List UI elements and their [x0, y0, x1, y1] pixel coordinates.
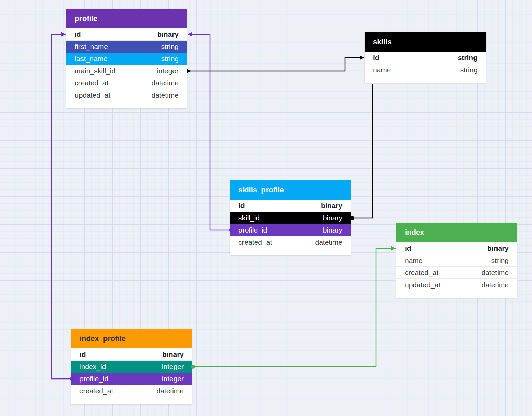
- column-name: id: [238, 202, 245, 210]
- table-header-skills_profile[interactable]: skills_profile: [230, 180, 351, 200]
- connector-dot-skills_profile-skill_id-to-skills: [350, 216, 354, 220]
- column-name: name: [373, 66, 391, 74]
- table-header-skills[interactable]: skills: [365, 32, 486, 52]
- column-row-index-id[interactable]: idbinary: [396, 242, 517, 254]
- table-header-profile[interactable]: profile: [66, 9, 187, 28]
- column-name: first_name: [75, 43, 108, 51]
- column-row-index_profile-index_id[interactable]: index_idinteger: [71, 361, 192, 373]
- table-title: index_profile: [79, 334, 126, 343]
- column-type: datetime: [315, 238, 342, 246]
- table-card-skills[interactable]: skillsidstringnamestring: [365, 32, 486, 83]
- column-type: datetime: [151, 91, 179, 99]
- column-row-index_profile-id[interactable]: idbinary: [71, 348, 192, 361]
- column-type: binary: [487, 244, 509, 252]
- table-card-profile[interactable]: profileidbinaryfirst_namestringlast_name…: [66, 9, 187, 108]
- column-name: updated_at: [405, 281, 440, 289]
- table-filler: [230, 248, 351, 255]
- column-type: binary: [321, 202, 342, 210]
- column-type: datetime: [481, 281, 509, 289]
- column-row-skills_profile-id[interactable]: idbinary: [230, 200, 351, 212]
- column-type: binary: [323, 226, 342, 234]
- column-name: skill_id: [238, 214, 260, 222]
- column-name: id: [405, 244, 411, 252]
- column-row-index-name[interactable]: namestring: [396, 254, 517, 267]
- column-row-profile-main_skill_id[interactable]: main_skill_idinteger: [66, 65, 187, 77]
- table-header-index_profile[interactable]: index_profile: [71, 329, 192, 348]
- column-type: string: [161, 43, 179, 51]
- column-name: id: [79, 350, 86, 359]
- column-row-profile-created_at[interactable]: created_atdatetime: [66, 77, 187, 89]
- column-name: id: [75, 30, 81, 39]
- connector-dot-index_profile-profile_id-to-profile-id: [70, 377, 74, 381]
- table-header-index[interactable]: index: [396, 223, 517, 242]
- column-type: datetime: [156, 387, 184, 395]
- table-title: skills_profile: [238, 186, 284, 194]
- column-row-skills_profile-profile_id[interactable]: profile_idbinary: [230, 224, 351, 236]
- column-type: string: [491, 256, 509, 265]
- table-title: profile: [75, 14, 97, 23]
- column-type: integer: [157, 67, 179, 75]
- column-row-profile-updated_at[interactable]: updated_atdatetime: [66, 89, 187, 101]
- column-row-skills_profile-skill_id[interactable]: skill_idbinary: [230, 212, 351, 224]
- connector-dot-index_profile-index_id-to-index-id: [191, 365, 195, 369]
- column-type: datetime: [481, 269, 509, 277]
- column-name: last_name: [75, 55, 108, 63]
- column-type: binary: [162, 350, 184, 359]
- column-row-skills_profile-created_at[interactable]: created_atdatetime: [230, 236, 351, 248]
- table-card-index_profile[interactable]: index_profileidbinaryindex_idintegerprof…: [71, 329, 192, 404]
- table-filler: [71, 397, 192, 404]
- column-row-index-created_at[interactable]: created_atdatetime: [396, 267, 517, 279]
- column-row-profile-last_name[interactable]: last_namestring: [66, 53, 187, 65]
- table-filler: [66, 101, 187, 108]
- column-name: updated_at: [75, 91, 110, 99]
- column-name: created_at: [238, 238, 272, 246]
- table-filler: [396, 291, 517, 298]
- column-name: created_at: [405, 269, 438, 277]
- column-type: binary: [157, 30, 179, 39]
- column-name: name: [405, 256, 423, 265]
- table-card-index[interactable]: indexidbinarynamestringcreated_atdatetim…: [396, 223, 517, 298]
- column-name: profile_id: [238, 226, 267, 234]
- table-card-skills_profile[interactable]: skills_profileidbinaryskill_idbinaryprof…: [230, 180, 351, 255]
- column-type: integer: [162, 375, 184, 383]
- column-name: created_at: [75, 79, 108, 87]
- column-name: profile_id: [79, 375, 108, 383]
- column-row-profile-first_name[interactable]: first_namestring: [66, 41, 187, 53]
- column-row-index_profile-profile_id[interactable]: profile_idinteger: [71, 373, 192, 385]
- column-type: binary: [323, 214, 342, 222]
- table-filler: [365, 76, 486, 83]
- table-title: index: [405, 228, 424, 237]
- table-title: skills: [373, 38, 392, 46]
- column-type: integer: [162, 363, 184, 371]
- column-name: main_skill_id: [75, 67, 115, 75]
- column-row-skills-name[interactable]: namestring: [365, 64, 486, 76]
- column-type: datetime: [151, 79, 179, 87]
- diagram-canvas: profileidbinaryfirst_namestringlast_name…: [0, 0, 532, 416]
- tables-layer: profileidbinaryfirst_namestringlast_name…: [0, 0, 532, 416]
- column-type: string: [161, 55, 179, 63]
- column-row-index_profile-created_at[interactable]: created_atdatetime: [71, 385, 192, 397]
- column-row-index-updated_at[interactable]: updated_atdatetime: [396, 279, 517, 291]
- column-name: index_id: [79, 363, 106, 371]
- column-type: string: [460, 66, 478, 74]
- column-name: id: [373, 54, 379, 62]
- column-row-skills-id[interactable]: idstring: [365, 52, 486, 64]
- column-row-profile-id[interactable]: idbinary: [66, 28, 187, 41]
- connector-dot-skills_profile-profile_id-to-profile-id: [229, 228, 233, 232]
- column-name: created_at: [79, 387, 113, 395]
- column-type: string: [458, 54, 478, 62]
